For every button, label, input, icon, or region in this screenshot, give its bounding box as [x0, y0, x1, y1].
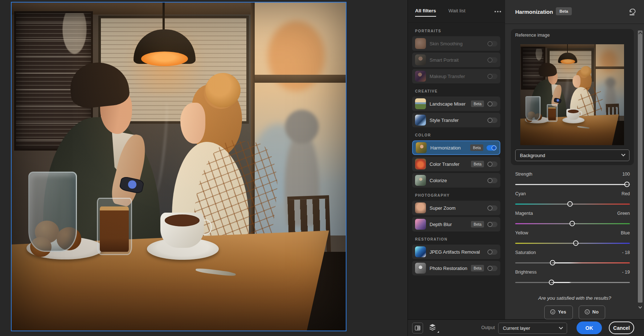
filter-thumbnail [415, 115, 426, 126]
slider-value: - 19 [622, 270, 630, 275]
slider-track[interactable] [515, 243, 630, 244]
more-options-icon[interactable] [495, 11, 496, 12]
filter-row-super-zoom[interactable]: Super Zoom [412, 201, 500, 215]
chevron-down-icon [621, 152, 625, 156]
reference-layer-dropdown[interactable]: Background [515, 149, 629, 161]
filter-row-harmonization[interactable]: Harmonization Beta [412, 140, 500, 155]
filter-toggle[interactable] [487, 57, 497, 63]
feedback-buttons: Yes No [505, 306, 644, 319]
filter-row-jpeg-artifacts-removal[interactable]: JPEG Artifacts Removal [412, 245, 500, 259]
slider-knob[interactable] [550, 260, 555, 266]
slider-knob[interactable] [567, 201, 573, 207]
layers-icon [428, 323, 437, 331]
section-title: PORTRAITS [415, 29, 497, 33]
filter-row-skin-smoothing[interactable]: Skin Smoothing [412, 36, 500, 51]
filter-toggle[interactable] [487, 118, 497, 123]
section-items: Landscape Mixer Beta Style Transfer [412, 97, 500, 127]
slider-magenta: Magenta Green [515, 210, 630, 229]
filter-section: CREATIVE Landscape Mixer Beta Style Tran… [412, 89, 500, 127]
filter-toggle[interactable] [487, 101, 497, 107]
feedback-yes-button[interactable]: Yes [544, 306, 573, 319]
neural-filters-dialog: All filters Wait list PORTRAITS Skin Smo… [407, 0, 644, 336]
tab-wait-list[interactable]: Wait list [448, 8, 465, 13]
filter-name: JPEG Artifacts Removal [430, 249, 487, 255]
slider-knob[interactable] [549, 280, 554, 285]
filter-thumbnail [415, 38, 426, 49]
feedback-no-button[interactable]: No [579, 306, 605, 319]
toggle-knob [492, 146, 496, 150]
filter-toggle[interactable] [487, 222, 497, 227]
slider-track[interactable] [515, 184, 630, 185]
neural-filters-workspace: All filters Wait list PORTRAITS Skin Smo… [0, 0, 644, 336]
slider-label: Magenta [515, 211, 533, 216]
slider-yellow: Yellow Blue [515, 229, 630, 249]
slider-track[interactable] [515, 262, 630, 263]
output-value: Current layer [503, 325, 530, 331]
slider-label: Yellow [515, 230, 528, 235]
filter-thumbnail [415, 202, 426, 213]
reset-icon[interactable] [628, 9, 636, 16]
output-dropdown[interactable]: Current layer [498, 323, 567, 334]
settings-scrollbar[interactable] [638, 30, 643, 303]
smiley-happy-icon [550, 309, 555, 315]
slider-knob[interactable] [573, 241, 578, 246]
filter-row-makeup-transfer[interactable]: Makeup Transfer [412, 69, 500, 83]
slider-brightness: Brightness - 19 [515, 269, 630, 288]
filter-toggle[interactable] [487, 205, 497, 211]
filter-row-style-transfer[interactable]: Style Transfer [412, 113, 500, 127]
no-label: No [592, 309, 599, 315]
tab-all-filters[interactable]: All filters [415, 8, 436, 13]
filter-toggle[interactable] [487, 178, 497, 183]
filter-name: Style Transfer [430, 118, 487, 123]
filter-toggle[interactable] [487, 161, 497, 167]
panel-title: Harmonization [515, 9, 553, 15]
beta-badge: Beta [471, 161, 484, 167]
filter-row-smart-portrait[interactable]: Smart Portrait [412, 53, 500, 67]
filter-name: Super Zoom [430, 205, 487, 211]
filter-name: Harmonization [430, 145, 470, 151]
canvas-image[interactable] [11, 2, 346, 331]
section-items: Super Zoom Depth Blur Beta [412, 201, 500, 231]
vignette-overlay [12, 3, 346, 331]
toggle-knob [488, 58, 492, 62]
filter-toggle[interactable] [487, 145, 497, 151]
filter-section: RESTORATION JPEG Artifacts Removal Photo… [412, 237, 500, 275]
toggle-knob [488, 206, 492, 210]
preview-compare-button[interactable] [412, 323, 423, 333]
dialog-footer: Output Current layer OK Cancel [408, 319, 644, 336]
filter-row-photo-restoration[interactable]: Photo Restoration Beta [412, 261, 500, 275]
beta-badge: Beta [470, 144, 483, 151]
beta-badge: Beta [471, 221, 484, 228]
filter-row-depth-blur[interactable]: Depth Blur Beta [412, 217, 500, 231]
cancel-button[interactable]: Cancel [609, 321, 634, 334]
layers-button[interactable] [428, 323, 438, 333]
slider-knob[interactable] [624, 182, 630, 187]
toggle-knob [488, 250, 492, 254]
filter-thumbnail [415, 54, 426, 65]
filter-toggle[interactable] [487, 249, 497, 255]
toggle-knob [488, 162, 492, 167]
reference-image[interactable] [520, 44, 624, 145]
filter-list: PORTRAITS Skin Smoothing Smart Portrait … [408, 22, 505, 275]
filter-name: Colorize [430, 178, 487, 183]
slider-strength: Strength 100 [515, 171, 630, 190]
toggle-knob [488, 74, 492, 79]
section-title: PHOTOGRAPHY [415, 193, 497, 197]
compare-icon [414, 325, 421, 331]
canvas-area [0, 0, 407, 336]
filter-thumbnail [415, 98, 426, 109]
slider-label: Saturation [515, 250, 536, 255]
section-title: CREATIVE [415, 89, 497, 93]
filter-toggle[interactable] [487, 41, 497, 46]
slider-label: Strength [515, 172, 532, 177]
filter-row-landscape-mixer[interactable]: Landscape Mixer Beta [412, 97, 500, 111]
filter-toggle[interactable] [487, 74, 497, 79]
filter-toggle[interactable] [487, 266, 497, 271]
filter-row-colorize[interactable]: Colorize [412, 173, 500, 188]
slider-track[interactable] [515, 282, 630, 283]
section-items: Skin Smoothing Smart Portrait Makeup Tra… [412, 36, 500, 83]
cafe-scene [12, 3, 346, 331]
filter-row-color-transfer[interactable]: Color Transfer Beta [412, 157, 500, 171]
slider-knob[interactable] [570, 221, 575, 226]
ok-button[interactable]: OK [577, 321, 602, 334]
